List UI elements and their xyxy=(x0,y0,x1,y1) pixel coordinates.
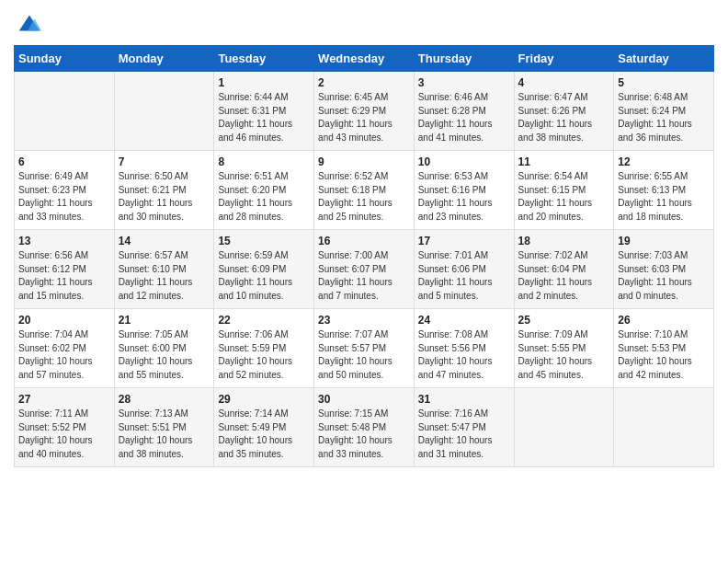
day-cell: 30Sunrise: 7:15 AMSunset: 5:48 PMDayligh… xyxy=(314,388,415,467)
day-info: Sunrise: 6:57 AMSunset: 6:10 PMDaylight:… xyxy=(119,250,193,301)
page: SundayMondayTuesdayWednesdayThursdayFrid… xyxy=(0,0,728,481)
day-number: 6 xyxy=(18,155,110,168)
day-info: Sunrise: 6:53 AMSunset: 6:16 PMDaylight:… xyxy=(418,171,493,222)
day-cell: 7Sunrise: 6:50 AMSunset: 6:21 PMDaylight… xyxy=(114,151,214,230)
day-info: Sunrise: 7:13 AMSunset: 5:51 PMDaylight:… xyxy=(119,408,193,459)
day-number: 5 xyxy=(618,76,710,89)
day-cell: 3Sunrise: 6:46 AMSunset: 6:28 PMDaylight… xyxy=(414,72,514,151)
day-cell: 20Sunrise: 7:04 AMSunset: 6:02 PMDayligh… xyxy=(15,309,115,388)
day-number: 19 xyxy=(618,235,710,247)
day-number: 1 xyxy=(218,76,310,89)
day-number: 20 xyxy=(18,314,110,327)
day-cell: 18Sunrise: 7:02 AMSunset: 6:04 PMDayligh… xyxy=(514,230,614,309)
day-number: 4 xyxy=(518,76,610,89)
day-number: 28 xyxy=(119,393,210,406)
logo-icon xyxy=(16,10,41,36)
day-info: Sunrise: 7:10 AMSunset: 5:53 PMDaylight:… xyxy=(618,329,692,380)
day-info: Sunrise: 6:51 AMSunset: 6:20 PMDaylight:… xyxy=(218,171,292,222)
day-info: Sunrise: 7:05 AMSunset: 6:00 PMDaylight:… xyxy=(119,329,193,380)
week-row-3: 13Sunrise: 6:56 AMSunset: 6:12 PMDayligh… xyxy=(15,230,714,309)
day-number: 16 xyxy=(318,235,410,247)
day-cell: 27Sunrise: 7:11 AMSunset: 5:52 PMDayligh… xyxy=(15,388,115,467)
day-number: 11 xyxy=(518,155,610,168)
day-info: Sunrise: 7:08 AMSunset: 5:56 PMDaylight:… xyxy=(418,329,493,380)
day-info: Sunrise: 7:09 AMSunset: 5:55 PMDaylight:… xyxy=(518,329,593,380)
day-info: Sunrise: 7:14 AMSunset: 5:49 PMDaylight:… xyxy=(218,408,292,459)
logo xyxy=(14,14,41,36)
week-row-2: 6Sunrise: 6:49 AMSunset: 6:23 PMDaylight… xyxy=(15,151,714,230)
day-info: Sunrise: 6:54 AMSunset: 6:15 PMDaylight:… xyxy=(518,171,593,222)
day-info: Sunrise: 7:16 AMSunset: 5:47 PMDaylight:… xyxy=(418,408,493,459)
day-cell: 12Sunrise: 6:55 AMSunset: 6:13 PMDayligh… xyxy=(614,151,714,230)
col-header-wednesday: Wednesday xyxy=(314,46,415,72)
day-cell: 5Sunrise: 6:48 AMSunset: 6:24 PMDaylight… xyxy=(614,72,714,151)
day-info: Sunrise: 6:49 AMSunset: 6:23 PMDaylight:… xyxy=(18,171,93,222)
day-number: 10 xyxy=(418,155,510,168)
day-cell: 19Sunrise: 7:03 AMSunset: 6:03 PMDayligh… xyxy=(614,230,714,309)
day-number: 14 xyxy=(119,235,210,247)
day-cell: 13Sunrise: 6:56 AMSunset: 6:12 PMDayligh… xyxy=(15,230,115,309)
col-header-tuesday: Tuesday xyxy=(214,46,314,72)
day-info: Sunrise: 7:15 AMSunset: 5:48 PMDaylight:… xyxy=(318,408,392,459)
day-number: 23 xyxy=(318,314,410,327)
day-info: Sunrise: 7:11 AMSunset: 5:52 PMDaylight:… xyxy=(18,408,93,459)
day-cell: 2Sunrise: 6:45 AMSunset: 6:29 PMDaylight… xyxy=(314,72,415,151)
day-number: 30 xyxy=(318,393,410,406)
day-cell: 23Sunrise: 7:07 AMSunset: 5:57 PMDayligh… xyxy=(314,309,415,388)
day-number: 15 xyxy=(218,235,310,247)
day-cell: 25Sunrise: 7:09 AMSunset: 5:55 PMDayligh… xyxy=(514,309,614,388)
day-info: Sunrise: 7:03 AMSunset: 6:03 PMDaylight:… xyxy=(618,250,692,301)
day-cell: 28Sunrise: 7:13 AMSunset: 5:51 PMDayligh… xyxy=(114,388,214,467)
day-info: Sunrise: 6:56 AMSunset: 6:12 PMDaylight:… xyxy=(18,250,93,301)
day-cell: 24Sunrise: 7:08 AMSunset: 5:56 PMDayligh… xyxy=(414,309,514,388)
day-info: Sunrise: 6:48 AMSunset: 6:24 PMDaylight:… xyxy=(618,92,692,143)
day-number: 2 xyxy=(318,76,410,89)
day-number: 13 xyxy=(18,235,110,247)
day-cell xyxy=(15,72,115,151)
calendar-table: SundayMondayTuesdayWednesdayThursdayFrid… xyxy=(14,45,714,467)
day-number: 29 xyxy=(218,393,310,406)
day-cell xyxy=(114,72,214,151)
day-cell: 6Sunrise: 6:49 AMSunset: 6:23 PMDaylight… xyxy=(15,151,115,230)
day-number: 18 xyxy=(518,235,610,247)
col-header-friday: Friday xyxy=(514,46,614,72)
day-number: 9 xyxy=(318,155,410,168)
day-number: 17 xyxy=(418,235,510,247)
day-number: 7 xyxy=(119,155,210,168)
col-header-monday: Monday xyxy=(114,46,214,72)
day-info: Sunrise: 7:04 AMSunset: 6:02 PMDaylight:… xyxy=(18,329,93,380)
day-number: 27 xyxy=(18,393,110,406)
day-info: Sunrise: 7:06 AMSunset: 5:59 PMDaylight:… xyxy=(218,329,292,380)
day-number: 12 xyxy=(618,155,710,168)
week-row-5: 27Sunrise: 7:11 AMSunset: 5:52 PMDayligh… xyxy=(15,388,714,467)
week-row-4: 20Sunrise: 7:04 AMSunset: 6:02 PMDayligh… xyxy=(15,309,714,388)
day-cell xyxy=(514,388,614,467)
day-info: Sunrise: 6:55 AMSunset: 6:13 PMDaylight:… xyxy=(618,171,692,222)
day-number: 31 xyxy=(418,393,510,406)
week-row-1: 1Sunrise: 6:44 AMSunset: 6:31 PMDaylight… xyxy=(15,72,714,151)
day-info: Sunrise: 7:07 AMSunset: 5:57 PMDaylight:… xyxy=(318,329,392,380)
day-cell: 11Sunrise: 6:54 AMSunset: 6:15 PMDayligh… xyxy=(514,151,614,230)
day-info: Sunrise: 6:50 AMSunset: 6:21 PMDaylight:… xyxy=(119,171,193,222)
day-cell: 15Sunrise: 6:59 AMSunset: 6:09 PMDayligh… xyxy=(214,230,314,309)
day-cell: 8Sunrise: 6:51 AMSunset: 6:20 PMDaylight… xyxy=(214,151,314,230)
day-cell: 31Sunrise: 7:16 AMSunset: 5:47 PMDayligh… xyxy=(414,388,514,467)
day-info: Sunrise: 6:47 AMSunset: 6:26 PMDaylight:… xyxy=(518,92,593,143)
col-header-sunday: Sunday xyxy=(15,46,115,72)
day-number: 26 xyxy=(618,314,710,327)
day-number: 25 xyxy=(518,314,610,327)
day-number: 21 xyxy=(119,314,210,327)
day-info: Sunrise: 6:52 AMSunset: 6:18 PMDaylight:… xyxy=(318,171,392,222)
day-cell: 17Sunrise: 7:01 AMSunset: 6:06 PMDayligh… xyxy=(414,230,514,309)
day-info: Sunrise: 7:01 AMSunset: 6:06 PMDaylight:… xyxy=(418,250,493,301)
day-cell: 21Sunrise: 7:05 AMSunset: 6:00 PMDayligh… xyxy=(114,309,214,388)
day-cell: 9Sunrise: 6:52 AMSunset: 6:18 PMDaylight… xyxy=(314,151,415,230)
day-cell: 16Sunrise: 7:00 AMSunset: 6:07 PMDayligh… xyxy=(314,230,415,309)
day-cell: 1Sunrise: 6:44 AMSunset: 6:31 PMDaylight… xyxy=(214,72,314,151)
day-cell: 10Sunrise: 6:53 AMSunset: 6:16 PMDayligh… xyxy=(414,151,514,230)
col-header-thursday: Thursday xyxy=(414,46,514,72)
header xyxy=(14,9,714,36)
day-cell: 14Sunrise: 6:57 AMSunset: 6:10 PMDayligh… xyxy=(114,230,214,309)
day-info: Sunrise: 7:00 AMSunset: 6:07 PMDaylight:… xyxy=(318,250,392,301)
day-cell: 26Sunrise: 7:10 AMSunset: 5:53 PMDayligh… xyxy=(614,309,714,388)
